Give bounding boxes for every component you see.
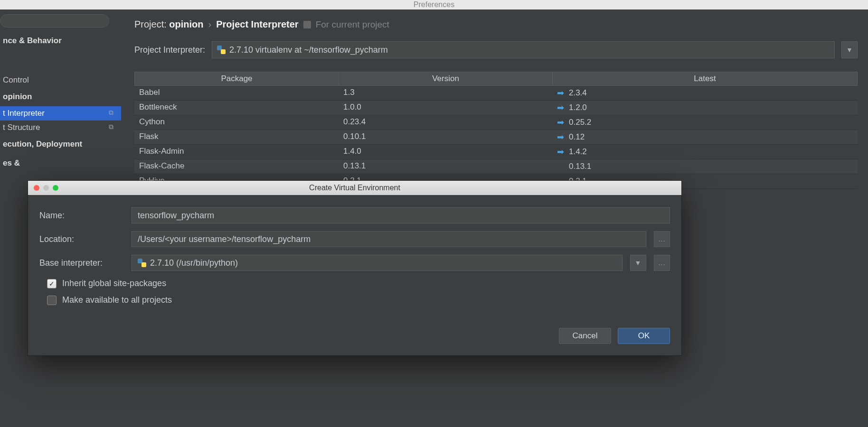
sidebar-project-structure[interactable]: t Structure ⧉ [0,121,121,135]
location-label: Location: [39,234,124,244]
interpreter-value: 2.7.10 virtualenv at ~/tensorflow_pychar… [229,45,388,55]
package-name: Babel [134,86,339,100]
close-icon[interactable] [34,185,39,191]
table-row[interactable]: Flask-Admin1.4.0➡1.4.2 [134,145,858,159]
package-latest: ➡0.25.2 [552,115,858,130]
table-row[interactable]: Flask0.10.1➡0.12 [134,130,858,145]
base-interpreter-row: Base interpreter: 2.7.10 (/usr/bin/pytho… [39,255,670,271]
base-interpreter-dropdown-button[interactable]: ▼ [630,255,646,271]
window-title: Preferences [0,0,868,9]
package-table-body: Babel1.3➡2.3.4Bottleneck1.0.0➡1.2.0Cytho… [134,86,858,189]
update-arrow-icon: ➡ [557,117,564,128]
table-row[interactable]: Flask-Cache0.13.1➡0.13.1 [134,159,858,174]
table-row[interactable]: Babel1.3➡2.3.4 [134,86,858,101]
chevron-right-icon: › [208,19,212,30]
sidebar-frameworks-heading[interactable]: es & [0,154,121,173]
breadcrumb-project: Project: opinion [134,19,204,30]
search-wrap [0,14,121,31]
col-header-version[interactable]: Version [339,72,553,85]
package-latest: ➡1.4.2 [552,145,858,159]
breadcrumb-note: For current project [316,19,389,30]
sidebar-build-heading[interactable]: ecution, Deployment [0,135,121,154]
sidebar-item-label: t Interpreter [3,109,45,118]
update-arrow-icon: ➡ [557,102,564,113]
package-latest: ➡1.2.0 [552,101,858,115]
python-icon [217,46,226,54]
sidebar-appearance-heading[interactable]: nce & Behavior [0,31,121,50]
inherit-label: Inherit global site-packages [62,278,166,288]
name-field[interactable] [132,207,670,223]
package-version: 0.13.1 [339,159,552,174]
latest-version-value: 0.25.2 [569,118,591,127]
package-table-header: Package Version Latest [134,72,858,86]
latest-version-value: 0.12 [569,132,585,142]
package-name: Flask-Admin [134,145,339,159]
latest-version-value: 0.13.1 [569,162,591,171]
package-version: 1.0.0 [339,101,552,115]
location-field[interactable] [132,231,646,247]
package-version: 1.4.0 [339,145,552,159]
create-venv-dialog: Create Virtual Environment Name: Locatio… [28,180,682,356]
interpreter-select[interactable]: 2.7.10 virtualenv at ~/tensorflow_pychar… [212,41,835,58]
location-browse-button[interactable]: ... [654,231,670,247]
available-all-label: Make available to all projects [62,295,172,305]
cancel-button[interactable]: Cancel [559,328,611,344]
update-arrow-icon: ➡ [557,147,564,157]
package-latest: ➡2.3.4 [552,86,858,100]
col-header-package[interactable]: Package [135,72,339,85]
base-interpreter-select[interactable]: 2.7.10 (/usr/bin/python) [132,255,623,271]
per-project-icon [303,21,311,28]
location-row: Location: ... [39,231,670,247]
package-name: Flask [134,130,339,144]
name-row: Name: [39,207,670,223]
name-label: Name: [39,211,124,221]
sidebar-vcs[interactable]: Control [0,73,121,87]
interpreter-row: Project Interpreter: 2.7.10 virtualenv a… [134,41,858,58]
inherit-checkbox-row[interactable]: ✓ Inherit global site-packages [47,278,670,288]
per-project-icon: ⧉ [109,123,113,131]
interpreter-label: Project Interpreter: [134,45,205,55]
table-row[interactable]: Bottleneck1.0.0➡1.2.0 [134,101,858,115]
sidebar-project-heading[interactable]: opinion [0,87,121,106]
dialog-titlebar[interactable]: Create Virtual Environment [28,181,681,195]
package-table: Package Version Latest Babel1.3➡2.3.4Bot… [134,72,858,189]
sidebar-item-label: t Structure [3,123,40,132]
table-row[interactable]: Cython0.23.4➡0.25.2 [134,115,858,130]
breadcrumb: Project: opinion › Project Interpreter F… [134,19,858,30]
col-header-latest[interactable]: Latest [553,72,857,85]
package-latest: ➡0.12 [552,130,858,144]
latest-version-value: 1.4.2 [569,147,587,157]
package-version: 0.10.1 [339,130,552,144]
dialog-title: Create Virtual Environment [28,184,681,192]
per-project-icon: ⧉ [109,109,113,117]
latest-version-value: 1.2.0 [569,103,587,112]
latest-version-value: 2.3.4 [569,88,587,98]
zoom-icon[interactable] [53,185,58,191]
package-name: Bottleneck [134,101,339,115]
base-interpreter-label: Base interpreter: [39,258,124,268]
package-version: 0.23.4 [339,115,552,130]
update-arrow-icon: ➡ [557,132,564,142]
available-all-checkbox-row[interactable]: Make available to all projects [47,295,670,305]
package-version: 1.3 [339,86,552,100]
sidebar-project-interpreter[interactable]: t Interpreter ⧉ [0,106,121,121]
package-name: Cython [134,115,339,130]
minimize-icon [43,185,49,191]
traffic-lights [28,185,58,191]
breadcrumb-page: Project Interpreter [216,19,298,30]
interpreter-dropdown-button[interactable]: ▼ [841,41,858,58]
base-interpreter-browse-button[interactable]: ... [654,255,670,271]
update-arrow-icon: ➡ [557,88,564,98]
inherit-checkbox[interactable]: ✓ [47,279,57,288]
search-input[interactable] [0,14,109,28]
available-all-checkbox[interactable] [47,296,57,305]
ok-button[interactable]: OK [618,328,670,344]
base-interpreter-value: 2.7.10 (/usr/bin/python) [150,258,238,268]
dialog-body: Name: Location: ... Base interpreter: 2.… [28,195,681,319]
package-latest: ➡0.13.1 [552,159,858,174]
python-icon [138,259,146,267]
dialog-footer: Cancel OK [28,319,681,355]
package-name: Flask-Cache [134,159,339,174]
